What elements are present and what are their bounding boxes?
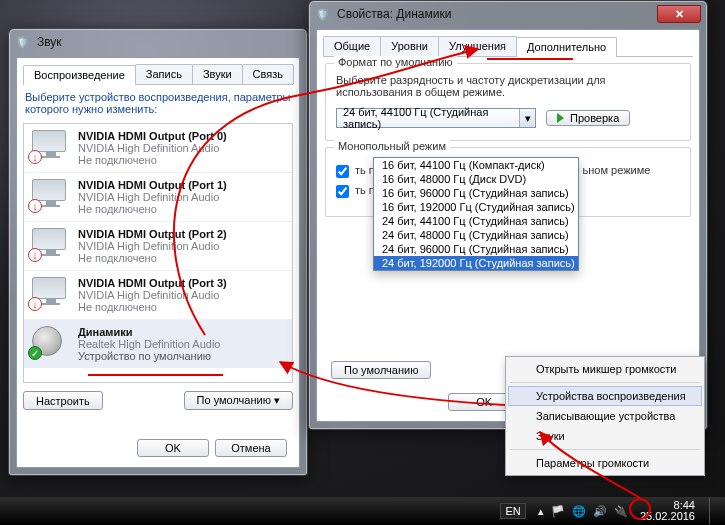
device-name: NVIDIA HDMI Output (Port 3): [78, 277, 227, 289]
properties-window-title: Свойства: Динамики: [337, 7, 451, 21]
tray-power-icon[interactable]: 🔌: [614, 505, 628, 517]
monitor-icon: ↓: [32, 228, 70, 258]
device-list[interactable]: ↓ NVIDIA HDMI Output (Port 0) NVIDIA Hig…: [23, 123, 293, 383]
device-status: Не подключено: [78, 301, 157, 313]
device-item-hdmi-1[interactable]: ↓ NVIDIA HDMI Output (Port 1) NVIDIA Hig…: [24, 173, 292, 222]
tab-advanced[interactable]: Дополнительно: [516, 37, 617, 57]
device-item-hdmi-3[interactable]: ↓ NVIDIA HDMI Output (Port 3) NVIDIA Hig…: [24, 271, 292, 320]
format-option[interactable]: 16 бит, 48000 Гц (Диск DVD): [374, 172, 578, 186]
play-icon: [557, 113, 564, 123]
speaker-icon: ✓: [32, 326, 70, 356]
format-option[interactable]: 24 бит, 48000 Гц (Студийная запись): [374, 228, 578, 242]
device-item-hdmi-2[interactable]: ↓ NVIDIA HDMI Output (Port 2) NVIDIA Hig…: [24, 222, 292, 271]
menu-open-mixer[interactable]: Открыть микшер громкости: [508, 359, 702, 379]
tray-context-menu: Открыть микшер громкости Устройства восп…: [505, 356, 705, 476]
format-option[interactable]: 16 бит, 96000 Гц (Студийная запись): [374, 186, 578, 200]
chevron-down-icon: ▾: [519, 109, 535, 127]
device-name: NVIDIA HDMI Output (Port 1): [78, 179, 227, 191]
device-status: Не подключено: [78, 154, 157, 166]
format-combobox[interactable]: 24 бит, 44100 Гц (Студийная запись) ▾: [336, 108, 536, 128]
sound-window-title: Звук: [37, 35, 62, 49]
device-driver: NVIDIA High Definition Audio: [78, 191, 219, 203]
tray-flag-icon[interactable]: 🏳️: [551, 505, 565, 517]
annotation-circle: [629, 498, 651, 520]
format-option[interactable]: 24 бит, 96000 Гц (Студийная запись): [374, 242, 578, 256]
format-option[interactable]: 16 бит, 44100 Гц (Компакт-диск): [374, 158, 578, 172]
set-default-button[interactable]: По умолчанию ▾: [184, 391, 293, 410]
format-option[interactable]: 24 бит, 192000 Гц (Студийная запись): [374, 256, 578, 270]
tab-sounds[interactable]: Звуки: [192, 64, 243, 84]
menu-sounds[interactable]: Звуки: [508, 426, 702, 446]
tab-enhancements[interactable]: Улучшения: [438, 36, 517, 56]
device-status: Не подключено: [78, 203, 157, 215]
menu-volume-options[interactable]: Параметры громкости: [508, 453, 702, 473]
device-status: Устройство по умолчанию: [78, 350, 211, 362]
device-item-speakers[interactable]: ✓ Динамики Realtek High Definition Audio…: [24, 320, 292, 368]
sound-tabbar: Воспроизведение Запись Звуки Связь: [23, 64, 293, 85]
monitor-icon: ↓: [32, 130, 70, 160]
monitor-icon: ↓: [32, 277, 70, 307]
show-desktop-button[interactable]: [709, 498, 719, 524]
defaults-button[interactable]: По умолчанию: [331, 361, 431, 379]
format-selected: 24 бит, 44100 Гц (Студийная запись): [343, 106, 517, 130]
tray-volume-icon[interactable]: 🔊: [593, 505, 607, 517]
device-name: NVIDIA HDMI Output (Port 0): [78, 130, 227, 142]
tray-icons[interactable]: ▴ 🏳️ 🌐 🔊 🔌: [536, 505, 630, 518]
language-indicator[interactable]: EN: [500, 503, 525, 519]
tab-recording[interactable]: Запись: [135, 64, 193, 84]
tab-levels[interactable]: Уровни: [380, 36, 439, 56]
tray-chevron-icon[interactable]: ▴: [538, 505, 544, 517]
tab-playback[interactable]: Воспроизведение: [23, 65, 136, 85]
menu-playback-devices[interactable]: Устройства воспроизведения: [508, 386, 702, 406]
configure-button[interactable]: Настроить: [23, 391, 103, 410]
format-option[interactable]: 24 бит, 44100 Гц (Студийная запись): [374, 214, 578, 228]
taskbar: EN ▴ 🏳️ 🌐 🔊 🔌 8:44 25.02.2016: [0, 497, 725, 525]
format-desc: Выберите разрядность и частоту дискретиз…: [336, 74, 680, 98]
sound-window: 🛡️ Звук Воспроизведение Запись Звуки Свя…: [8, 28, 308, 476]
cancel-button[interactable]: Отмена: [215, 439, 287, 457]
sound-hint: Выберите устройство воспроизведения, пар…: [25, 91, 291, 115]
tab-general[interactable]: Общие: [323, 36, 381, 56]
tab-communications[interactable]: Связь: [242, 64, 294, 84]
format-option[interactable]: 16 бит, 192000 Гц (Студийная запись): [374, 200, 578, 214]
close-button[interactable]: ✕: [657, 5, 701, 23]
device-driver: NVIDIA High Definition Audio: [78, 142, 219, 154]
test-button[interactable]: Проверка: [546, 110, 630, 126]
monitor-icon: ↓: [32, 179, 70, 209]
device-driver: NVIDIA High Definition Audio: [78, 289, 219, 301]
menu-recording-devices[interactable]: Записывающие устройства: [508, 406, 702, 426]
device-driver: Realtek High Definition Audio: [78, 338, 220, 350]
format-dropdown-list[interactable]: 16 бит, 44100 Гц (Компакт-диск) 16 бит, …: [373, 157, 579, 271]
device-name: NVIDIA HDMI Output (Port 2): [78, 228, 227, 240]
exclusive-group-legend: Монопольный режим: [334, 140, 450, 152]
device-item-hdmi-0[interactable]: ↓ NVIDIA HDMI Output (Port 0) NVIDIA Hig…: [24, 124, 292, 173]
tray-network-icon[interactable]: 🌐: [572, 505, 586, 517]
menu-separator: [510, 382, 700, 383]
props-tabbar: Общие Уровни Улучшения Дополнительно: [323, 36, 693, 57]
device-status: Не подключено: [78, 252, 157, 264]
properties-titlebar-icon: 🛡️: [315, 6, 331, 22]
sound-titlebar-icon: 🛡️: [15, 34, 31, 50]
device-driver: NVIDIA High Definition Audio: [78, 240, 219, 252]
ok-button[interactable]: OK: [137, 439, 209, 457]
exclusive-check-2[interactable]: [336, 185, 349, 198]
menu-separator: [510, 449, 700, 450]
exclusive-check-1[interactable]: [336, 165, 349, 178]
device-name: Динамики: [78, 326, 133, 338]
format-group-legend: Формат по умолчанию: [334, 56, 457, 68]
